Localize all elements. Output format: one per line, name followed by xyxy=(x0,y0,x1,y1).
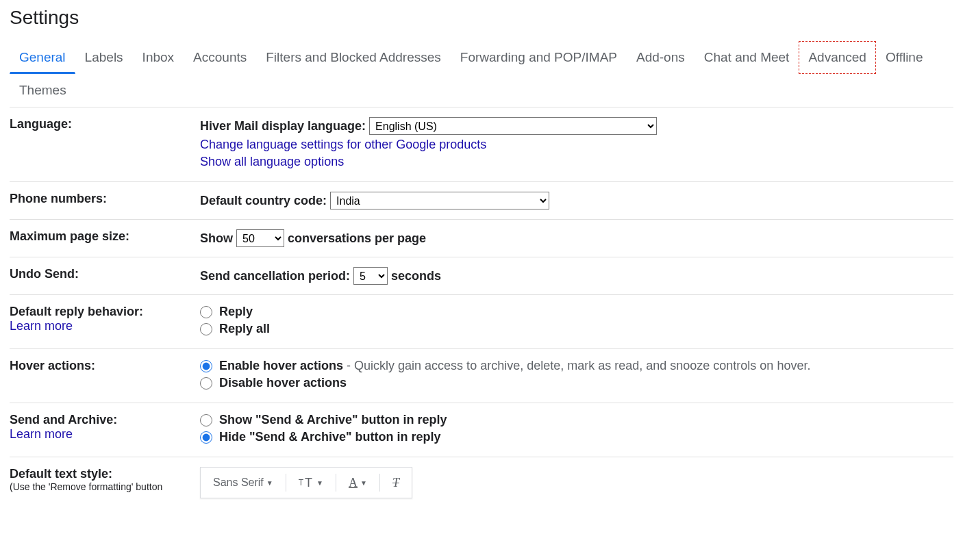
page-size-label: Maximum page size: xyxy=(10,229,129,243)
reply-opt1-label: Reply xyxy=(219,305,253,319)
page-size-prefix: Show xyxy=(200,231,233,245)
reply-learn-more-link[interactable]: Learn more xyxy=(10,319,73,333)
reply-radio-reply[interactable] xyxy=(200,306,212,318)
page-size-select[interactable]: 50 xyxy=(236,229,284,247)
section-page-size: Maximum page size: Show 50 conversations… xyxy=(10,220,953,257)
text-size-icon: T xyxy=(299,478,303,487)
hover-radio-enable[interactable] xyxy=(200,360,212,372)
text-style-label: Default text style: xyxy=(10,467,193,481)
reply-label: Default reply behavior: xyxy=(10,305,193,319)
send-archive-radio-hide[interactable] xyxy=(200,431,212,444)
change-language-link[interactable]: Change language settings for other Googl… xyxy=(200,138,486,151)
send-archive-opt1-label: Show "Send & Archive" button in reply xyxy=(219,413,447,427)
section-language: Language: Hiver Mail display language: E… xyxy=(10,107,953,182)
text-style-note: (Use the 'Remove formatting' button xyxy=(10,481,193,492)
caret-down-icon: ▼ xyxy=(360,479,367,487)
section-text-style: Default text style: (Use the 'Remove for… xyxy=(10,457,953,501)
hover-opt1-desc: - Quickly gain access to archive, delete… xyxy=(343,359,810,372)
undo-prefix: Send cancellation period: xyxy=(200,269,350,283)
text-color-icon: A xyxy=(349,476,358,490)
tab-themes[interactable]: Themes xyxy=(10,74,76,107)
undo-select[interactable]: 5 xyxy=(353,267,388,285)
section-hover: Hover actions: Enable hover actions - Qu… xyxy=(10,349,953,403)
country-code-select[interactable]: India xyxy=(330,192,549,209)
caret-down-icon: ▼ xyxy=(316,479,323,487)
tab-chat-and-meet[interactable]: Chat and Meet xyxy=(695,41,799,74)
send-archive-opt2-label: Hide "Send & Archive" button in reply xyxy=(219,430,440,444)
text-size-icon-big: T xyxy=(305,476,312,490)
section-undo: Undo Send: Send cancellation period: 5 s… xyxy=(10,257,953,295)
tab-add-ons[interactable]: Add-ons xyxy=(627,41,695,74)
tab-inbox[interactable]: Inbox xyxy=(133,41,184,74)
caret-down-icon: ▼ xyxy=(266,479,273,487)
section-send-archive: Send and Archive: Learn more Show "Send … xyxy=(10,403,953,457)
text-color-button[interactable]: A ▼ xyxy=(345,473,371,493)
send-archive-radio-show[interactable] xyxy=(200,414,212,427)
separator xyxy=(336,474,336,492)
tab-general[interactable]: General xyxy=(10,41,75,74)
separator xyxy=(379,474,380,492)
remove-formatting-button[interactable]: T xyxy=(388,473,403,493)
undo-suffix: seconds xyxy=(391,269,441,283)
show-all-languages-link[interactable]: Show all language options xyxy=(200,155,344,168)
font-family-button[interactable]: Sans Serif ▼ xyxy=(209,474,277,492)
reply-radio-reply-all[interactable] xyxy=(200,323,212,335)
undo-label: Undo Send: xyxy=(10,267,79,281)
tab-advanced[interactable]: Advanced xyxy=(799,41,876,74)
section-reply: Default reply behavior: Learn more Reply… xyxy=(10,295,953,349)
reply-opt2-label: Reply all xyxy=(219,322,270,336)
hover-opt2-label: Disable hover actions xyxy=(219,376,347,390)
send-archive-learn-more-link[interactable]: Learn more xyxy=(10,427,73,441)
language-label: Language: xyxy=(10,117,72,131)
section-phone: Phone numbers: Default country code: Ind… xyxy=(10,182,953,220)
display-language-label: Hiver Mail display language: xyxy=(200,119,366,133)
remove-formatting-icon: T xyxy=(392,476,399,490)
hover-opt1-label: Enable hover actions xyxy=(219,359,343,372)
format-toolbar: Sans Serif ▼ TT ▼ A ▼ T xyxy=(200,467,412,498)
tab-labels[interactable]: Labels xyxy=(75,41,133,74)
hover-radio-disable[interactable] xyxy=(200,377,212,390)
font-name-label: Sans Serif xyxy=(213,476,264,489)
display-language-select[interactable]: English (US) xyxy=(369,117,657,135)
tab-accounts[interactable]: Accounts xyxy=(184,41,256,74)
country-code-label: Default country code: xyxy=(200,194,327,207)
tab-forwarding-and-pop-imap[interactable]: Forwarding and POP/IMAP xyxy=(451,41,627,74)
tab-filters-and-blocked-addresses[interactable]: Filters and Blocked Addresses xyxy=(256,41,451,74)
font-size-button[interactable]: TT ▼ xyxy=(295,473,327,493)
phone-label: Phone numbers: xyxy=(10,192,107,205)
send-archive-label: Send and Archive: xyxy=(10,413,193,427)
settings-tabs: GeneralLabelsInboxAccountsFilters and Bl… xyxy=(10,41,953,107)
page-size-suffix: conversations per page xyxy=(288,231,426,245)
page-title: Settings xyxy=(10,7,953,29)
tab-offline[interactable]: Offline xyxy=(876,41,933,74)
hover-label: Hover actions: xyxy=(10,359,95,372)
separator xyxy=(286,474,286,492)
